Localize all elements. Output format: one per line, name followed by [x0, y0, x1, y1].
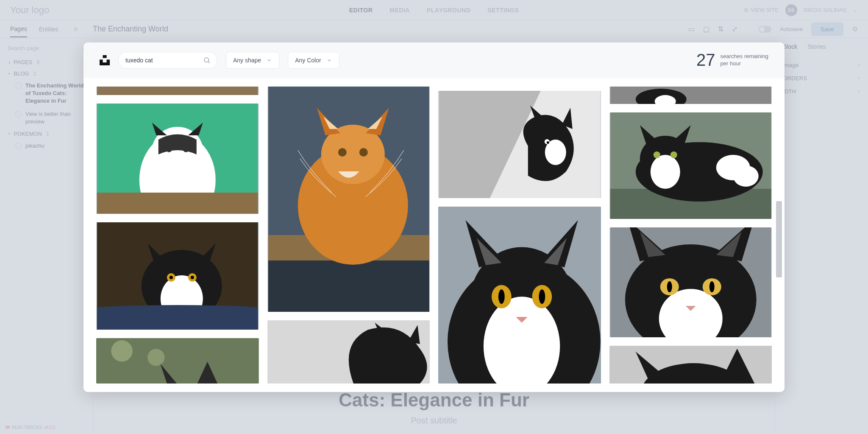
svg-point-51	[670, 151, 677, 158]
svg-point-59	[667, 281, 672, 292]
svg-rect-42	[610, 87, 771, 104]
result-image[interactable]	[96, 104, 259, 214]
results-scrollbar[interactable]	[776, 82, 782, 388]
chevron-down-icon	[266, 57, 272, 63]
result-image[interactable]	[267, 320, 430, 384]
quota-line1: searches remaining	[721, 53, 768, 60]
svg-point-60	[709, 281, 714, 292]
result-image[interactable]	[96, 338, 259, 384]
color-dropdown[interactable]: Any Color	[288, 52, 339, 69]
result-image[interactable]	[267, 87, 430, 312]
result-image[interactable]	[609, 346, 772, 384]
scrollbar-thumb[interactable]	[776, 201, 782, 277]
svg-point-33	[547, 141, 549, 144]
svg-rect-10	[97, 193, 258, 214]
result-image[interactable]	[438, 91, 601, 198]
result-image[interactable]	[96, 87, 259, 95]
search-box[interactable]	[118, 52, 217, 69]
svg-point-27	[338, 148, 346, 157]
result-image[interactable]	[609, 227, 772, 337]
svg-point-49	[650, 155, 680, 189]
svg-point-50	[653, 151, 660, 158]
quota-number: 27	[696, 50, 715, 70]
image-search-modal: Any shape Any Color 27 searches remainin…	[83, 42, 785, 392]
modal-header: Any shape Any Color 27 searches remainin…	[83, 42, 785, 78]
result-image[interactable]	[438, 207, 601, 384]
svg-point-2	[204, 58, 209, 62]
svg-point-21	[147, 349, 164, 366]
svg-point-28	[359, 148, 367, 157]
unsplash-icon	[100, 55, 110, 65]
chevron-down-icon	[326, 57, 332, 63]
dropdown-label: Any shape	[233, 57, 261, 64]
result-image[interactable]	[96, 222, 259, 330]
results-grid	[83, 78, 785, 392]
dropdown-label: Any Color	[295, 57, 321, 64]
search-icon	[203, 56, 211, 64]
svg-rect-4	[97, 87, 258, 95]
result-image[interactable]	[609, 87, 772, 104]
modal-overlay[interactable]: Any shape Any Color 27 searches remainin…	[0, 0, 868, 434]
result-image[interactable]	[609, 112, 772, 219]
svg-point-53	[716, 155, 750, 180]
svg-point-16	[170, 276, 173, 279]
svg-line-3	[208, 62, 209, 63]
svg-rect-24	[268, 260, 429, 312]
search-input[interactable]	[125, 57, 200, 64]
svg-point-20	[111, 340, 132, 361]
shape-dropdown[interactable]: Any shape	[226, 52, 279, 69]
svg-point-40	[498, 289, 505, 304]
quota-line2: per hour	[721, 60, 768, 67]
search-quota: 27 searches remaining per hour	[696, 50, 768, 70]
svg-point-41	[539, 289, 545, 304]
svg-point-17	[191, 276, 194, 279]
